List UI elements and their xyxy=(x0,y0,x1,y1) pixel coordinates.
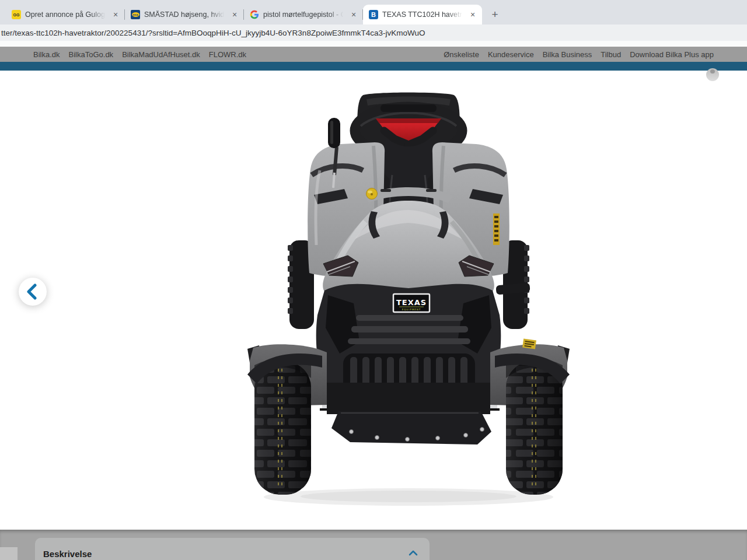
floating-button-partial[interactable] xyxy=(706,68,719,81)
chrome-gap xyxy=(0,41,747,47)
close-icon[interactable]: × xyxy=(111,10,120,19)
nav-links-left: Bilka.dk BilkaToGo.dk BilkaMadUdAfHuset.… xyxy=(0,50,246,59)
nav-link-bilka[interactable]: Bilka.dk xyxy=(33,50,60,59)
browser-tab-bar: GG Opret annonce på GulogGratis × IKEA S… xyxy=(0,0,747,24)
chevron-left-icon xyxy=(19,278,47,306)
nav-link-download-app[interactable]: Download Bilka Plus app xyxy=(630,50,714,59)
close-icon[interactable]: × xyxy=(349,10,358,19)
close-icon[interactable]: × xyxy=(230,10,239,19)
nav-link-onskeliste[interactable]: Ønskeliste xyxy=(444,50,479,59)
bilka-favicon-icon: B xyxy=(369,10,378,19)
tab-title: TEXAS TTC102H havetraktor | xyxy=(382,10,464,19)
description-accordion-header[interactable]: Beskrivelse xyxy=(35,538,430,560)
tab-guloggratis[interactable]: GG Opret annonce på GulogGratis × xyxy=(6,5,125,24)
close-icon[interactable]: × xyxy=(468,10,477,19)
image-lightbox: TEXAS EQUIPMENT xyxy=(0,71,747,530)
url-text: tter/texas-ttc102h-havetraktor/200225431… xyxy=(0,29,425,37)
google-favicon-icon xyxy=(250,10,259,19)
nav-link-bilkamad[interactable]: BilkaMadUdAfHuset.dk xyxy=(122,50,200,59)
dimmed-page-bottom: Beskrivelse xyxy=(0,530,747,560)
nav-link-bilkatogo[interactable]: BilkaToGo.dk xyxy=(69,50,114,59)
corner-patch xyxy=(0,547,18,560)
tab-ikea[interactable]: IKEA SMÅSTAD højseng, hvid hvid/n × xyxy=(125,5,244,24)
new-tab-button[interactable]: + xyxy=(487,6,503,23)
nav-link-flowr[interactable]: FLOWR.dk xyxy=(209,50,246,59)
brand-plate-subtext: EQUIPMENT xyxy=(402,308,421,311)
tab-title: SMÅSTAD højseng, hvid hvid/n xyxy=(144,10,226,19)
nav-link-bilka-business[interactable]: Bilka Business xyxy=(543,50,592,59)
url-bar[interactable]: tter/texas-ttc102h-havetraktor/200225431… xyxy=(0,24,747,41)
ikea-favicon-icon: IKEA xyxy=(131,10,140,19)
tab-google-search[interactable]: pistol mørtelfugepistol - Googl × xyxy=(244,5,363,24)
nav-link-tilbud[interactable]: Tilbud xyxy=(601,50,621,59)
accordion-title: Beskrivelse xyxy=(43,549,92,559)
tab-title: pistol mørtelfugepistol - Googl xyxy=(263,10,345,19)
previous-image-button[interactable] xyxy=(19,278,47,306)
nav-links-right: Ønskeliste Kundeservice Bilka Business T… xyxy=(444,50,747,59)
site-top-nav: Bilka.dk BilkaToGo.dk BilkaMadUdAfHuset.… xyxy=(0,47,747,62)
guloggratis-favicon-icon: GG xyxy=(12,10,21,19)
teal-brand-bar xyxy=(0,62,747,71)
tab-title: Opret annonce på GulogGratis xyxy=(25,10,107,19)
nav-link-kundeservice[interactable]: Kundeservice xyxy=(488,50,534,59)
tab-bilka-active[interactable]: B TEXAS TTC102H havetraktor | × xyxy=(363,5,482,24)
product-image-tractor: TEXAS EQUIPMENT xyxy=(0,71,747,530)
chevron-up-icon xyxy=(409,550,418,556)
brand-plate-text: TEXAS xyxy=(396,298,427,307)
